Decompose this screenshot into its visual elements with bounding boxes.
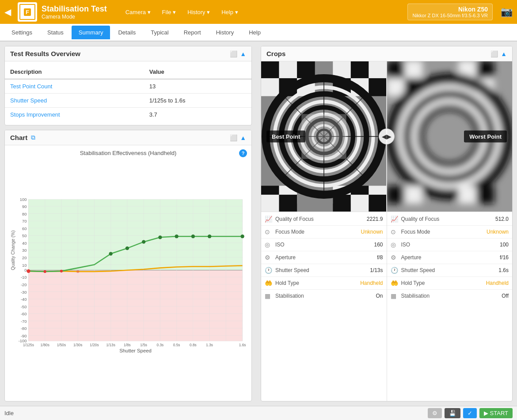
chart-title-label: Chart bbox=[10, 134, 27, 141]
svg-point-73 bbox=[27, 269, 30, 273]
svg-rect-123 bbox=[387, 78, 405, 96]
svg-text:30: 30 bbox=[22, 248, 27, 253]
svg-text:Shutter Speed: Shutter Speed bbox=[119, 348, 152, 353]
svg-rect-106 bbox=[369, 195, 387, 212]
worst-iso-row: ◎ ISO 100 bbox=[387, 238, 513, 251]
tab-settings[interactable]: Settings bbox=[4, 26, 39, 39]
worst-aperture-value: f/16 bbox=[500, 254, 509, 261]
check-button[interactable]: ✓ bbox=[463, 408, 477, 418]
chart-icon-w: 📈 bbox=[391, 216, 399, 223]
svg-text:1/5s: 1/5s bbox=[140, 343, 147, 347]
aperture-icon: ⚙ bbox=[265, 254, 273, 261]
chart-controls: ⬜ ▲ bbox=[230, 134, 246, 141]
svg-text:60: 60 bbox=[22, 227, 27, 231]
svg-text:1/8s: 1/8s bbox=[124, 343, 131, 347]
nav-file[interactable]: File ▾ bbox=[157, 6, 182, 18]
worst-focus-mode-label: Focus Mode bbox=[401, 229, 484, 235]
back-button[interactable]: ◀ bbox=[4, 7, 11, 17]
worst-shutter-value: 1.6s bbox=[498, 267, 509, 273]
tab-report[interactable]: Report bbox=[177, 26, 208, 39]
svg-point-84 bbox=[241, 235, 244, 238]
svg-text:-20: -20 bbox=[21, 283, 27, 287]
svg-point-77 bbox=[109, 252, 113, 255]
svg-text:90: 90 bbox=[22, 204, 27, 209]
app-logo: F bbox=[18, 2, 37, 22]
crops-maximize-icon[interactable]: ⬜ bbox=[490, 50, 498, 57]
svg-rect-100 bbox=[279, 195, 297, 212]
nav-camera[interactable]: Camera ▾ bbox=[120, 6, 156, 18]
tab-details[interactable]: Details bbox=[111, 26, 143, 39]
chart-collapse-icon[interactable]: ▲ bbox=[240, 134, 246, 141]
chart-icon: 📈 bbox=[265, 216, 273, 223]
tab-history[interactable]: History bbox=[209, 26, 241, 39]
test-results-maximize-icon[interactable]: ⬜ bbox=[230, 50, 237, 57]
test-results-title: Test Results Overview bbox=[10, 50, 80, 57]
chart-copy-icon[interactable]: ⧉ bbox=[31, 134, 35, 141]
focus-icon-w: ⊙ bbox=[391, 228, 399, 235]
worst-hold-row: 🤲 Hold Type Handheld bbox=[387, 277, 513, 290]
best-hold-row: 🤲 Hold Type Handheld bbox=[261, 277, 387, 290]
app-title-sub: Camera Mode bbox=[42, 14, 107, 20]
svg-text:20: 20 bbox=[22, 256, 27, 260]
crops-collapse-icon[interactable]: ▲ bbox=[501, 50, 507, 57]
save-button[interactable]: 💾 bbox=[445, 408, 460, 418]
svg-text:-30: -30 bbox=[21, 290, 27, 295]
start-button[interactable]: ▶ START bbox=[479, 408, 513, 418]
svg-text:0.5s: 0.5s bbox=[173, 343, 180, 347]
svg-text:10: 10 bbox=[22, 263, 27, 268]
camera-icon[interactable]: 📷 bbox=[501, 6, 513, 18]
svg-point-81 bbox=[175, 235, 179, 238]
best-quality-value: 2221.9 bbox=[367, 216, 383, 222]
svg-rect-96 bbox=[369, 78, 387, 96]
crops-card: Crops ⬜ ▲ bbox=[261, 46, 513, 401]
nav-history[interactable]: History ▾ bbox=[182, 6, 215, 18]
svg-text:80: 80 bbox=[22, 212, 27, 216]
crops-controls: ⬜ ▲ bbox=[490, 50, 507, 57]
tab-help[interactable]: Help bbox=[242, 26, 268, 39]
tab-summary[interactable]: Summary bbox=[72, 26, 110, 39]
best-iso-value: 160 bbox=[374, 242, 383, 248]
svg-text:0.3s: 0.3s bbox=[157, 343, 164, 347]
worst-aperture-label: Aperture bbox=[401, 254, 497, 261]
worst-hold-label: Hold Type bbox=[401, 280, 483, 286]
svg-text:-40: -40 bbox=[21, 297, 27, 302]
col-value: Value bbox=[144, 65, 251, 79]
worst-aperture-row: ⚙ Aperture f/16 bbox=[387, 251, 513, 264]
chart-maximize-icon[interactable]: ⬜ bbox=[230, 134, 237, 141]
svg-text:1.6s: 1.6s bbox=[239, 343, 246, 347]
svg-point-79 bbox=[142, 240, 145, 244]
worst-quality-of-focus-row: 📈 Quality of Focus 512.0 bbox=[387, 213, 513, 226]
col-description: Description bbox=[5, 65, 144, 79]
svg-rect-122 bbox=[405, 61, 423, 78]
svg-rect-99 bbox=[261, 195, 279, 212]
worst-shutter-label: Shutter Speed bbox=[401, 267, 496, 273]
svg-rect-85 bbox=[261, 61, 279, 78]
settings-button[interactable]: ⚙ bbox=[428, 408, 442, 418]
aperture-icon-w: ⚙ bbox=[391, 254, 399, 261]
svg-text:1/80s: 1/80s bbox=[41, 343, 49, 347]
best-shutter-value: 1/13s bbox=[370, 267, 383, 273]
svg-text:Quality Change (%): Quality Change (%) bbox=[11, 231, 15, 270]
worst-stabilisation-label: Stabilisation bbox=[401, 293, 499, 299]
svg-text:-50: -50 bbox=[21, 305, 27, 309]
svg-rect-86 bbox=[279, 61, 297, 78]
crops-images: Best Point ◀▶ bbox=[261, 61, 512, 212]
best-point-label: Best Point bbox=[266, 131, 305, 143]
crop-best: Best Point bbox=[261, 61, 387, 212]
svg-point-80 bbox=[158, 235, 162, 239]
svg-text:-80: -80 bbox=[21, 326, 27, 331]
crops-metadata: 📈 Quality of Focus 2221.9 ⊙ Focus Mode U… bbox=[261, 212, 512, 401]
chart-help-icon[interactable]: ? bbox=[239, 149, 247, 157]
svg-text:-60: -60 bbox=[21, 312, 27, 316]
row-test-point-value: 13 bbox=[144, 79, 251, 94]
tab-typical[interactable]: Typical bbox=[144, 26, 175, 39]
worst-metadata: 📈 Quality of Focus 512.0 ⊙ Focus Mode Un… bbox=[387, 212, 513, 401]
tab-status[interactable]: Status bbox=[40, 26, 71, 39]
svg-text:1/50s: 1/50s bbox=[57, 343, 66, 347]
test-results-collapse-icon[interactable]: ▲ bbox=[240, 50, 246, 57]
crop-nav-button[interactable]: ◀▶ bbox=[379, 129, 395, 144]
svg-rect-93 bbox=[369, 61, 387, 78]
nav-help[interactable]: Help ▾ bbox=[216, 6, 243, 18]
svg-text:1/20s: 1/20s bbox=[90, 343, 99, 347]
status-text: Idle bbox=[4, 410, 14, 416]
